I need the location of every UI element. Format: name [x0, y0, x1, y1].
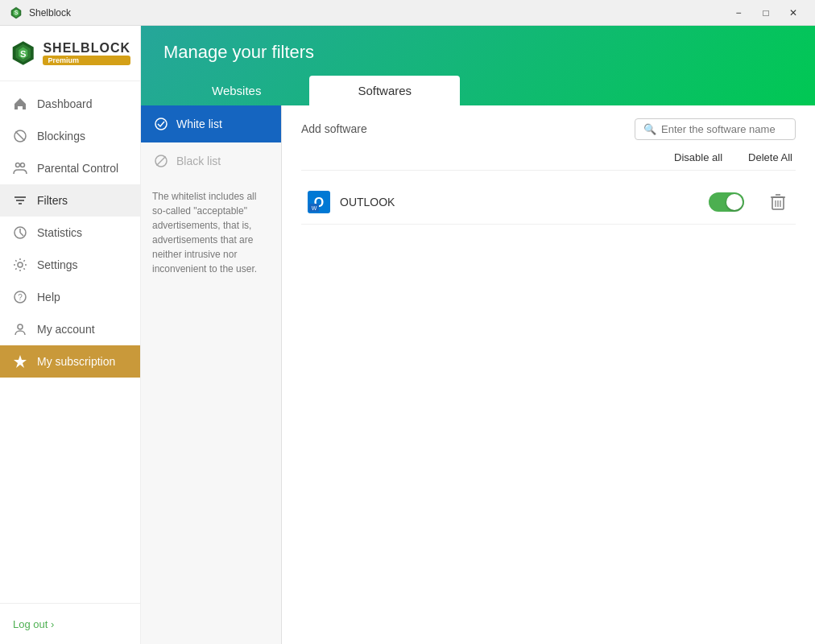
- home-icon: [13, 97, 27, 111]
- sidebar-item-blockings[interactable]: Blockings: [0, 120, 140, 152]
- parental-label: Parental Control: [37, 162, 118, 175]
- sidebar-item-account[interactable]: My account: [0, 313, 140, 345]
- sidebar-item-dashboard[interactable]: Dashboard: [0, 88, 140, 120]
- stats-icon: [13, 225, 27, 240]
- minimize-button[interactable]: −: [726, 4, 751, 22]
- subscription-label: My subscription: [37, 355, 115, 368]
- sidebar-item-parental[interactable]: Parental Control: [0, 152, 140, 184]
- tabs: Websites Softwares: [163, 76, 792, 105]
- search-icon: 🔍: [643, 123, 656, 135]
- block-icon: [13, 129, 27, 143]
- main-content: Manage your filters Websites Softwares: [141, 26, 815, 644]
- account-label: My account: [37, 323, 95, 336]
- list-item: O W OUTLOOK: [301, 180, 796, 225]
- actions-row: Disable all Delete All: [301, 150, 796, 171]
- outlook-logo: O W: [308, 191, 330, 213]
- svg-marker-19: [14, 355, 27, 368]
- main-panel: Add software 🔍 Disable all Delete All O: [282, 105, 815, 644]
- whitelist-filter[interactable]: White list: [141, 105, 281, 142]
- svg-line-8: [16, 132, 25, 141]
- filter-description: The whitelist includes all so-called "ac…: [141, 180, 281, 286]
- svg-point-10: [21, 163, 25, 167]
- page-title: Manage your filters: [163, 42, 792, 63]
- sidebar-item-statistics[interactable]: Statistics: [0, 217, 140, 249]
- enable-toggle[interactable]: [709, 192, 744, 212]
- blacklist-label: Black list: [176, 155, 221, 167]
- maximize-button[interactable]: □: [754, 4, 778, 22]
- search-input[interactable]: [661, 123, 787, 135]
- add-software-link[interactable]: Add software: [301, 122, 367, 136]
- delete-all-button[interactable]: Delete All: [745, 150, 796, 165]
- settings-icon: [13, 258, 27, 272]
- tab-softwares[interactable]: Softwares: [309, 76, 460, 105]
- svg-text:S: S: [20, 49, 26, 59]
- help-label: Help: [37, 291, 60, 303]
- block-circle-icon: [154, 154, 168, 168]
- account-icon: [13, 322, 27, 336]
- svg-text:W: W: [312, 205, 317, 211]
- dashboard-label: Dashboard: [37, 97, 93, 110]
- app-container: S SHELBLOCK Premium Dashboard Blockings: [0, 26, 815, 644]
- help-icon: ?: [13, 290, 27, 304]
- tab-websites[interactable]: Websites: [163, 76, 309, 105]
- toggle-knob: [726, 194, 743, 210]
- svg-text:?: ?: [18, 293, 23, 302]
- close-button[interactable]: ✕: [781, 4, 805, 22]
- nav-menu: Dashboard Blockings Parental Control: [0, 81, 140, 603]
- parental-icon: [13, 161, 27, 175]
- filters-label: Filters: [37, 194, 68, 207]
- logo-name: SHELBLOCK: [43, 41, 130, 56]
- search-box[interactable]: 🔍: [635, 118, 796, 140]
- disable-all-button[interactable]: Disable all: [671, 150, 726, 165]
- svg-point-9: [16, 163, 20, 167]
- logo-text: SHELBLOCK Premium: [43, 41, 130, 65]
- content-area: White list Black list The whitelist incl…: [141, 105, 815, 644]
- blacklist-filter[interactable]: Black list: [141, 142, 281, 180]
- app-icon: S: [10, 6, 23, 19]
- svg-line-22: [157, 157, 166, 166]
- logo-icon: S: [10, 39, 36, 68]
- statistics-label: Statistics: [37, 226, 82, 239]
- blockings-label: Blockings: [37, 130, 85, 142]
- panel-toolbar: Add software 🔍: [301, 118, 796, 140]
- titlebar-title: Shelblock: [29, 7, 726, 19]
- sidebar-footer: Log out ›: [0, 603, 140, 644]
- sidebar: S SHELBLOCK Premium Dashboard Blockings: [0, 26, 141, 644]
- titlebar: S Shelblock − □ ✕: [0, 0, 815, 26]
- whitelist-label: White list: [176, 118, 222, 130]
- trash-icon: [770, 193, 786, 211]
- sidebar-item-help[interactable]: ? Help: [0, 281, 140, 313]
- svg-point-20: [155, 118, 167, 130]
- filters-sidebar: White list Black list The whitelist incl…: [141, 105, 282, 644]
- premium-badge: Premium: [43, 56, 130, 65]
- window-controls: − □ ✕: [726, 4, 805, 22]
- svg-point-15: [18, 262, 23, 267]
- delete-button[interactable]: [767, 190, 789, 214]
- header: Manage your filters Websites Softwares: [141, 26, 815, 105]
- sidebar-item-filters[interactable]: Filters: [0, 184, 140, 217]
- sidebar-item-settings[interactable]: Settings: [0, 249, 140, 281]
- subscription-icon: [13, 354, 27, 369]
- settings-label: Settings: [37, 258, 78, 271]
- software-name: OUTLOOK: [340, 196, 699, 208]
- sidebar-item-subscription[interactable]: My subscription: [0, 345, 140, 378]
- logout-link[interactable]: Log out ›: [13, 618, 54, 630]
- svg-text:S: S: [14, 10, 19, 15]
- filters-icon: [13, 193, 27, 208]
- check-circle-icon: [154, 117, 168, 131]
- svg-point-18: [18, 324, 23, 329]
- logo-area: S SHELBLOCK Premium: [0, 26, 140, 81]
